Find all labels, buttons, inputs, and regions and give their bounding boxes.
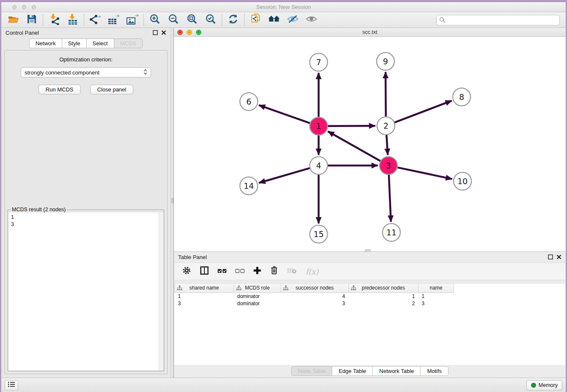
run-mcds-button[interactable]: Run MCDS: [39, 85, 81, 94]
graph-edge-3-10[interactable]: [397, 167, 452, 179]
mcds-result-group: MCDS result (2 nodes) 1 3: [8, 210, 164, 371]
mcds-result-item[interactable]: 3: [11, 221, 161, 228]
control-panel: Control Panel Network Style Select MCDS …: [1, 28, 171, 378]
graph-edge-1-6[interactable]: [259, 105, 311, 123]
mcds-tab-content: Optimization criterion: strongly connect…: [4, 50, 168, 374]
eye-icon: [306, 14, 317, 25]
optimization-criterion-select[interactable]: strongly connected component: [21, 67, 151, 77]
column-header-mcds-role[interactable]: MCDS role: [234, 284, 281, 293]
export-table-button[interactable]: [108, 14, 120, 26]
export-image-icon: [126, 14, 139, 27]
graph-edge-3-11[interactable]: [389, 174, 391, 222]
tab-mcds[interactable]: MCDS: [114, 39, 143, 48]
table-cell[interactable]: dominator: [234, 300, 281, 307]
deselect-all-rows-button[interactable]: [235, 268, 245, 275]
tab-edge-table[interactable]: Edge Table: [332, 366, 372, 376]
zoom-selected-button[interactable]: [205, 14, 217, 26]
mcds-result-list[interactable]: 1 3: [8, 213, 163, 370]
import-network-icon: [49, 14, 60, 27]
tab-motifs[interactable]: Motifs: [420, 366, 449, 376]
network-view-title: scc.txt: [174, 29, 566, 35]
float-panel-icon[interactable]: [153, 29, 158, 37]
tab-node-table[interactable]: Node Table: [291, 366, 332, 376]
graph-edge-2-3[interactable]: [386, 135, 388, 155]
plus-icon: [253, 266, 261, 276]
save-session-button[interactable]: [26, 14, 38, 26]
mcds-result-item[interactable]: 1: [11, 214, 161, 221]
sitemap-icon: [177, 285, 182, 292]
table-delete-icon: [287, 267, 297, 276]
table-settings-button[interactable]: [182, 266, 191, 277]
export-image-button[interactable]: [127, 14, 138, 26]
column-header-successor-nodes[interactable]: successor nodes: [281, 284, 349, 293]
table-row[interactable]: 1dominator411: [175, 293, 566, 300]
show-all-button[interactable]: [306, 14, 317, 26]
table-cell[interactable]: 2: [349, 300, 418, 307]
memory-button[interactable]: Memory: [526, 380, 562, 390]
table-cell[interactable]: 3: [175, 300, 234, 307]
network-canvas[interactable]: 7968124314101511: [174, 37, 566, 251]
graph-node-label-8: 8: [459, 92, 464, 102]
import-network-button[interactable]: [48, 14, 60, 26]
graph-edge-2-8[interactable]: [394, 101, 452, 123]
column-header-name[interactable]: name: [418, 284, 454, 293]
control-panel-title: Control Panel: [6, 30, 39, 36]
splitter-handle[interactable]: [171, 198, 173, 203]
table-cell[interactable]: 1: [418, 293, 454, 300]
select-all-rows-button[interactable]: [217, 268, 227, 275]
table-cell[interactable]: 4: [281, 293, 349, 300]
zoom-selected-icon: [205, 14, 216, 26]
sitemap-icon: [236, 285, 242, 292]
table-cell[interactable]: 1: [175, 293, 234, 300]
tab-style[interactable]: Style: [62, 39, 86, 48]
network-graph[interactable]: 7968124314101511: [174, 37, 567, 251]
search-input[interactable]: [436, 15, 560, 25]
hide-selected-button[interactable]: [287, 14, 299, 26]
mcds-result-legend: MCDS result (2 nodes): [11, 207, 67, 213]
close-panel-icon[interactable]: [161, 29, 166, 37]
graph-edge-4-14[interactable]: [259, 168, 310, 183]
zoom-fit-icon: [187, 14, 198, 26]
open-session-button[interactable]: [7, 14, 19, 26]
add-column-button[interactable]: [253, 266, 261, 276]
zoom-fit-button[interactable]: [186, 14, 198, 26]
column-header-predecessor-nodes[interactable]: predecessor nodes: [349, 284, 418, 293]
close-panel-button[interactable]: Close panel: [90, 85, 134, 94]
table-cell[interactable]: 3: [418, 300, 454, 307]
table-cell[interactable]: dominator: [234, 293, 281, 300]
show-columns-button[interactable]: [200, 266, 209, 277]
horizontal-splitter-handle[interactable]: [365, 249, 371, 252]
tab-network-table[interactable]: Network Table: [372, 366, 420, 376]
export-table-icon: [107, 14, 120, 27]
fx-icon: f(x): [306, 267, 319, 276]
tab-select[interactable]: Select: [86, 39, 114, 48]
header-filler: [454, 284, 566, 293]
delete-column-button[interactable]: [270, 266, 278, 277]
export-network-button[interactable]: [89, 14, 101, 26]
clone-network-button[interactable]: [250, 14, 261, 26]
graph-edge-2-9[interactable]: [385, 72, 386, 117]
vertical-splitter[interactable]: [171, 28, 174, 378]
graph-edge-1-2[interactable]: [328, 126, 375, 126]
sitemap-icon: [351, 285, 356, 292]
column-header-shared-name[interactable]: shared name: [175, 284, 234, 293]
result-scrollbar[interactable]: [159, 213, 163, 370]
function-builder-button[interactable]: f(x): [306, 267, 319, 276]
table-cell[interactable]: 1: [349, 293, 418, 300]
table-panel: Table Panel: [174, 252, 566, 378]
float-table-panel-icon[interactable]: [548, 254, 553, 261]
table-cell[interactable]: 3: [281, 300, 349, 307]
import-table-button[interactable]: [67, 14, 79, 26]
zoom-out-button[interactable]: [168, 14, 179, 26]
table-row[interactable]: 3dominator323: [175, 300, 566, 307]
task-history-button[interactable]: [5, 380, 18, 390]
delete-table-button[interactable]: [287, 267, 297, 276]
table-header-row: shared name MCDS role successor nodes pr…: [175, 284, 566, 293]
zoom-in-button[interactable]: [149, 14, 161, 26]
close-table-panel-icon[interactable]: [556, 254, 561, 261]
tab-network[interactable]: Network: [29, 39, 62, 48]
table-tabs-bar: Node Table Edge Table Network Table Moti…: [174, 365, 566, 378]
graph-edge-3-1[interactable]: [328, 131, 381, 161]
first-neighbors-button[interactable]: [268, 14, 280, 26]
refresh-layout-button[interactable]: [227, 14, 239, 26]
